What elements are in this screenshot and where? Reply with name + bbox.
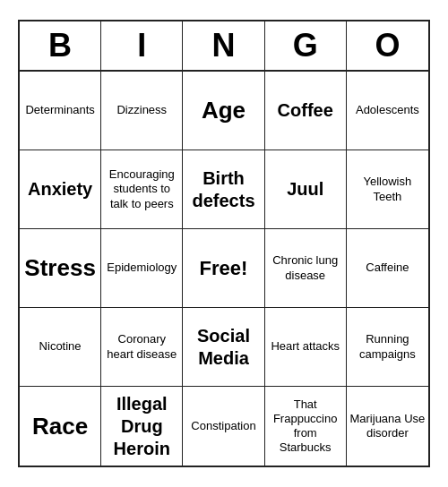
- bingo-cell: Juul: [265, 150, 347, 229]
- bingo-cell: Marijuana Use disorder: [347, 387, 428, 466]
- bingo-cell: Anxiety: [20, 150, 101, 229]
- bingo-card: BINGO DeterminantsDizzinessAgeCoffeeAdol…: [18, 20, 430, 467]
- bingo-cell: Running campaigns: [347, 308, 428, 387]
- bingo-grid: DeterminantsDizzinessAgeCoffeeAdolescent…: [20, 72, 428, 466]
- bingo-cell: Yellowish Teeth: [347, 150, 428, 229]
- header-letter: N: [183, 21, 264, 70]
- bingo-cell: Chronic lung disease: [265, 229, 347, 308]
- bingo-cell: Heart attacks: [265, 308, 347, 387]
- bingo-cell: Determinants: [20, 72, 101, 150]
- bingo-cell: Race: [20, 387, 101, 466]
- bingo-cell: Stress: [20, 229, 101, 308]
- header-letter: O: [347, 21, 428, 70]
- header-letter: G: [265, 21, 347, 70]
- bingo-header: BINGO: [20, 21, 428, 72]
- bingo-cell: Coffee: [265, 72, 347, 150]
- bingo-cell: Constipation: [183, 387, 264, 466]
- bingo-cell: Epidemiology: [101, 229, 183, 308]
- bingo-cell: Caffeine: [347, 229, 428, 308]
- bingo-cell: Social Media: [183, 308, 264, 387]
- bingo-cell: Dizziness: [101, 72, 183, 150]
- bingo-cell: That Frappuccino from Starbucks: [265, 387, 347, 466]
- header-letter: B: [20, 21, 101, 70]
- bingo-cell: Free!: [183, 229, 264, 308]
- bingo-cell: Coronary heart disease: [101, 308, 183, 387]
- header-letter: I: [101, 21, 183, 70]
- bingo-cell: Encouraging students to talk to peers: [101, 150, 183, 229]
- bingo-cell: Nicotine: [20, 308, 101, 387]
- bingo-cell: Birth defects: [183, 150, 264, 229]
- bingo-cell: Age: [183, 72, 264, 150]
- bingo-cell: Adolescents: [347, 72, 428, 150]
- bingo-cell: Illegal Drug Heroin: [101, 387, 183, 466]
